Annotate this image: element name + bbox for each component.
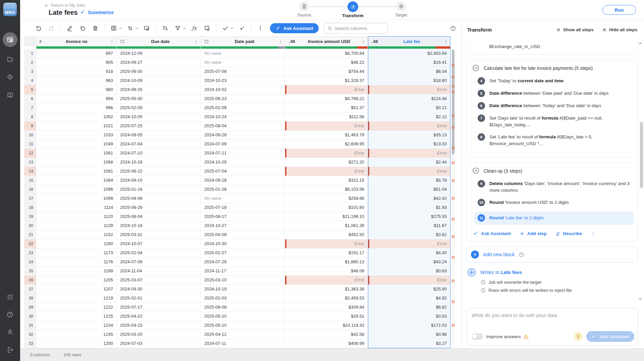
sidebar-item-apps[interactable] <box>0 292 20 302</box>
invoice-amount-cell[interactable]: $4,769.21 <box>285 94 368 103</box>
late-fee-cell[interactable]: $114.46 <box>368 94 450 103</box>
due-date-cell[interactable]: 2025-03-31 <box>117 230 201 239</box>
row-number-cell[interactable]: 29 <box>24 303 36 312</box>
date-paid-cell[interactable]: 2024-09-28 <box>201 176 285 185</box>
invoice-amount-cell[interactable]: $51.37 <box>285 103 368 112</box>
due-date-cell[interactable]: 2024-09-25 <box>117 85 201 94</box>
invoice-no-cell[interactable]: 1061 <box>36 149 117 158</box>
invoice-amount-cell[interactable]: Error <box>285 239 368 249</box>
due-date-cell[interactable]: 2025-04-06 <box>117 194 201 203</box>
invoice-amount-cell[interactable]: $408.99 <box>285 339 368 348</box>
date-paid-cell[interactable]: 2025-07-18 <box>201 203 285 212</box>
invoice-no-cell[interactable]: 994 <box>36 94 117 103</box>
assistant-prompt-input[interactable] <box>469 310 636 328</box>
date-paid-cell[interactable]: 2024-10-23 <box>201 76 285 85</box>
hide-all-steps-button[interactable]: Hide all steps <box>602 27 637 32</box>
date-paid-cell[interactable]: 2025-02-27 <box>201 249 285 258</box>
data-preview-button[interactable] <box>143 24 151 32</box>
invoice-amount-cell[interactable]: $2,606.95 <box>285 140 368 149</box>
row-number-cell[interactable]: 31 <box>24 321 36 330</box>
due-date-cell[interactable]: 2025-02-01 <box>117 294 201 303</box>
row-number-cell[interactable]: 24 <box>24 258 36 267</box>
invoice-amount-cell[interactable]: Error <box>285 149 368 158</box>
date-paid-cell[interactable]: No value <box>201 49 285 58</box>
invoice-no-cell[interactable]: 1222 <box>36 303 117 312</box>
panel-scroll-down-icon[interactable] <box>638 297 643 301</box>
transform-step-8[interactable]: 8Set 'Late fee' to result of formula if(… <box>478 134 632 147</box>
ask-assistant-submit-button[interactable]: Ask Assistant <box>586 331 634 342</box>
row-number-cell[interactable]: 30 <box>24 312 36 321</box>
late-fee-cell[interactable]: $1.93 <box>368 203 450 212</box>
suggestions-button[interactable] <box>574 332 583 341</box>
block-more-button[interactable] <box>591 231 596 236</box>
date-paid-cell[interactable]: 2024-09-29 <box>201 131 285 140</box>
late-fee-cell[interactable]: Error <box>368 122 450 131</box>
late-fee-cell[interactable]: $5.78 <box>368 176 450 185</box>
delete-button[interactable] <box>91 24 99 32</box>
date-paid-cell[interactable]: No value <box>201 58 285 67</box>
due-date-cell[interactable]: 2025-04-23 <box>117 321 201 330</box>
due-date-cell[interactable]: 2024-10-16 <box>117 221 201 230</box>
late-fee-cell[interactable]: Error <box>368 85 450 94</box>
column-menu-icon[interactable] <box>278 39 283 44</box>
invoice-amount-cell[interactable]: $46.22 <box>285 58 368 67</box>
formula-button[interactable]: ƒx <box>190 24 198 32</box>
row-number-cell[interactable]: 32 <box>24 330 36 339</box>
invoice-no-cell[interactable]: 1114 <box>36 203 117 212</box>
due-date-cell[interactable]: 2025-04-22 <box>117 312 201 321</box>
row-number-cell[interactable]: 23 <box>24 249 36 258</box>
due-date-cell[interactable]: 2025-07-25 <box>117 122 201 131</box>
filter-button[interactable] <box>174 24 182 32</box>
invoice-no-cell[interactable]: 918 <box>36 67 117 76</box>
invoice-amount-cell[interactable]: $754.44 <box>285 67 368 76</box>
invoice-no-cell[interactable]: 996 <box>36 103 117 112</box>
invoice-no-cell[interactable]: 963 <box>36 76 117 85</box>
invoice-amount-cell[interactable]: Error <box>285 276 368 285</box>
due-date-cell[interactable]: 2024-10-07 <box>117 239 201 249</box>
due-date-cell[interactable]: 2024-07-06 <box>117 258 201 267</box>
due-date-cell[interactable]: 2025-07-17 <box>117 303 201 312</box>
transform-step-7[interactable]: 7Set 'Days late' to result of formula if… <box>478 115 632 128</box>
invoice-no-cell[interactable]: 1139 <box>36 221 117 230</box>
late-fee-cell[interactable]: Error <box>368 239 450 249</box>
late-fee-cell[interactable]: $3.27 <box>368 339 450 348</box>
sidebar-item-profile[interactable] <box>0 327 20 337</box>
chevron-down-icon[interactable] <box>118 26 122 30</box>
due-date-cell[interactable]: 2025-05-30 <box>117 94 201 103</box>
row-number-cell[interactable]: 33 <box>24 339 36 348</box>
date-paid-cell[interactable]: 2025-03-10 <box>201 276 285 285</box>
invoice-no-cell[interactable]: 1205 <box>36 276 117 285</box>
row-number-cell[interactable]: 2 <box>24 58 36 67</box>
invoice-no-cell[interactable]: 1099 <box>36 194 117 203</box>
late-fee-cell[interactable]: $43.24 <box>368 258 450 267</box>
help-icon[interactable] <box>519 252 524 258</box>
row-number-cell[interactable]: 9 <box>24 122 36 131</box>
row-number-cell[interactable]: 16 <box>24 185 36 194</box>
late-fee-cell[interactable]: $16.41 <box>368 58 450 67</box>
row-number-cell[interactable]: 1 <box>24 49 36 58</box>
date-paid-cell[interactable]: 2025-05-10 <box>201 321 285 330</box>
due-date-cell[interactable]: 2025-02-04 <box>117 249 201 258</box>
improve-answers-toggle[interactable] <box>472 333 483 340</box>
date-paid-cell[interactable]: 2025-07-08 <box>201 67 285 76</box>
row-number-cell[interactable]: 15 <box>24 176 36 185</box>
invoice-amount-cell[interactable]: $10,119.33 <box>285 321 368 330</box>
due-date-cell[interactable]: 2025-01-16 <box>117 185 201 194</box>
row-number-cell[interactable]: 6 <box>24 94 36 103</box>
transform-step-6[interactable]: 6Date difference between 'Today' and 'Du… <box>478 102 632 109</box>
due-date-cell[interactable]: 2024-09-10 <box>117 176 201 185</box>
invoice-amount-cell[interactable]: $2,459.53 <box>285 294 368 303</box>
date-paid-cell[interactable]: 2025-08-04 <box>201 122 285 131</box>
late-fee-cell[interactable]: $61.04 <box>368 185 450 194</box>
invoice-amount-cell[interactable]: $1,880.13 <box>285 258 368 267</box>
row-number-cell[interactable]: 18 <box>24 203 36 212</box>
due-date-cell[interactable]: 2024-07-10 <box>117 149 201 158</box>
panel-scrollbar-thumb[interactable] <box>640 122 643 188</box>
invoice-amount-cell[interactable]: $452.50 <box>285 230 368 239</box>
date-paid-cell[interactable]: 2025-01-26 <box>201 185 285 194</box>
invoice-amount-cell[interactable]: $1,328.37 <box>285 76 368 85</box>
sidebar-item-projects[interactable] <box>0 54 20 64</box>
date-paid-cell[interactable]: 2025-08-17 <box>201 212 285 221</box>
date-paid-cell[interactable]: 2024-10-30 <box>201 239 285 249</box>
invoice-amount-cell[interactable]: $42.58 <box>285 330 368 339</box>
